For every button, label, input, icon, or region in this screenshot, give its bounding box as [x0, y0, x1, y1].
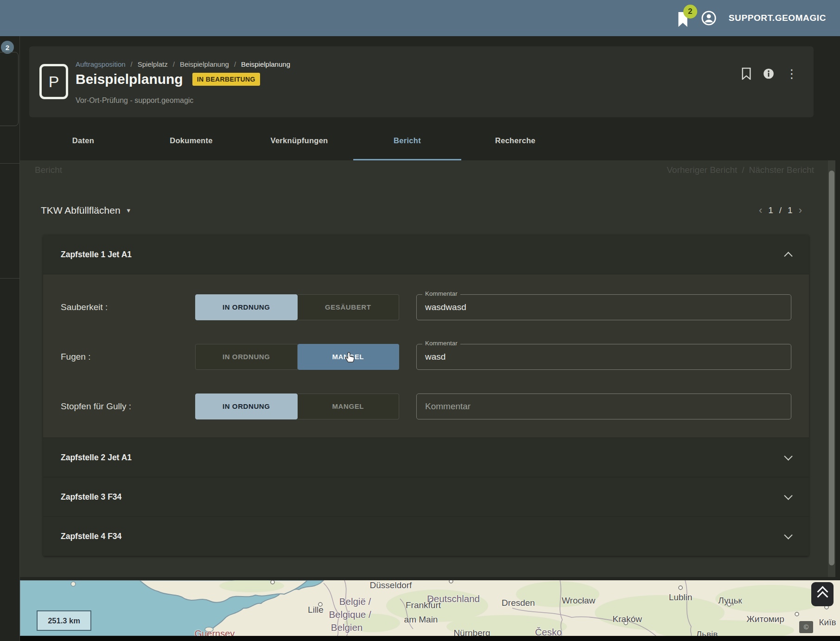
tab-bar: DatenDokumenteVerknüpfungenBerichtRecher…: [29, 121, 569, 160]
section-header[interactable]: Zapfstelle 3 F34: [43, 477, 809, 517]
breadcrumb-item[interactable]: Beispielplanung: [180, 60, 229, 68]
breadcrumb-item[interactable]: Spielplatz: [138, 60, 168, 68]
map-label: Belgien: [331, 622, 363, 633]
map-label: Житомир: [746, 614, 784, 624]
map-label: Guernsey: [195, 628, 235, 636]
scrollbar-thumb[interactable]: [829, 171, 834, 565]
tab-bericht[interactable]: Bericht: [353, 121, 461, 160]
map[interactable]: DüsseldorfDeutschlandBelgië /Belgique /B…: [20, 580, 840, 636]
page-current: 1: [768, 205, 773, 216]
map-label: Česko: [535, 627, 562, 636]
report-group-select[interactable]: TKW Abfüllflächen ▾: [41, 205, 130, 216]
row-label: Stopfen für Gully :: [61, 401, 195, 412]
toggle-group: IN ORDNUNGMANGEL: [195, 344, 399, 370]
user-avatar-icon[interactable]: [701, 10, 717, 26]
bottom-bar: [0, 636, 840, 641]
report-row: Fugen :IN ORDNUNGMANGELKommentarwasd: [43, 332, 809, 381]
toggle-group: IN ORDNUNGMANGEL: [195, 393, 399, 419]
comment-field[interactable]: Kommentarwasd: [416, 344, 791, 370]
report-transition-row: Bericht Vorheriger Bericht / Nächster Be…: [35, 165, 814, 175]
map-label: Kraków: [612, 614, 642, 624]
map-label: Düsseldorf: [370, 580, 412, 590]
chevron-down-icon: [784, 531, 792, 539]
map-expand-button[interactable]: [811, 582, 834, 606]
toggle-option[interactable]: IN ORDNUNG: [195, 393, 298, 419]
report-row: Sauberkeit :IN ORDNUNGGESÄUBERTKommentar…: [43, 282, 809, 332]
map-label: Київ: [819, 617, 836, 628]
section-title: Zapfstelle 4 F34: [61, 532, 121, 541]
tab-dokumente[interactable]: Dokumente: [137, 121, 245, 160]
map-label: Frankfurt: [406, 600, 441, 610]
chevron-down-icon: [784, 491, 792, 500]
breadcrumb-separator: /: [234, 60, 236, 68]
next-report-link[interactable]: Nächster Bericht: [749, 165, 814, 175]
header-actions: ⋮: [741, 68, 798, 80]
tab-label: Daten: [72, 136, 94, 145]
toggle-option[interactable]: IN ORDNUNG: [195, 344, 298, 370]
divider: [0, 278, 19, 279]
map-label: Lille: [308, 605, 324, 615]
section-title: Zapfstelle 1 Jet A1: [61, 250, 132, 260]
breadcrumb-item[interactable]: Beispielplanung: [241, 60, 290, 68]
avatar-letter: P: [49, 73, 59, 91]
map-label: am Main: [404, 615, 438, 625]
chevron-down-icon: [784, 452, 792, 460]
report-nav-separator: /: [742, 165, 744, 175]
partial-card-outline: [0, 52, 19, 126]
tab-daten[interactable]: Daten: [29, 121, 137, 160]
tab-label: Bericht: [394, 136, 421, 145]
section-header[interactable]: Zapfstelle 2 Jet A1: [43, 438, 809, 477]
map-label: Nürnberg: [453, 628, 490, 636]
tab-recherche[interactable]: Recherche: [461, 121, 569, 160]
toggle-option[interactable]: GESÄUBERT: [298, 294, 400, 320]
left-panel-edge: 2: [0, 36, 20, 641]
comment-field-value: wasdwasd: [425, 302, 466, 312]
bookmark-icon[interactable]: [741, 68, 751, 80]
subtitle: Vor-Ort-Prüfung - support.geomagic: [76, 96, 193, 105]
section-header[interactable]: Zapfstelle 1 Jet A1: [43, 235, 809, 274]
kebab-menu-icon[interactable]: ⋮: [786, 68, 798, 80]
section-header[interactable]: Zapfstelle 4 F34: [43, 517, 809, 556]
notifications-button[interactable]: 2: [677, 12, 689, 27]
title-row: Beispielplanung IN BEARBEITUNG: [76, 71, 260, 87]
report-nav: Vorheriger Bericht / Nächster Bericht: [667, 165, 814, 175]
section-body: Sauberkeit :IN ORDNUNGGESÄUBERTKommentar…: [43, 274, 809, 438]
tab-verknuepfungen[interactable]: Verknüpfungen: [245, 121, 353, 160]
report-pagination: ‹ 1 / 1 ›: [759, 204, 802, 216]
section-title: Zapfstelle 3 F34: [61, 492, 121, 502]
previous-report-link[interactable]: Vorheriger Bericht: [667, 165, 737, 175]
map-label: België /: [339, 596, 371, 607]
breadcrumb: Auftragsposition/Spielplatz/Beispielplan…: [76, 60, 290, 68]
map-label: Belgique /: [329, 609, 371, 620]
map-label: Dresden: [502, 598, 535, 608]
toggle-option[interactable]: MANGEL: [298, 393, 400, 419]
comment-field[interactable]: Kommentar: [416, 393, 791, 419]
breadcrumb-separator: /: [131, 60, 133, 68]
toggle-option[interactable]: IN ORDNUNG: [195, 294, 298, 320]
comment-field-value: wasd: [425, 352, 445, 362]
entity-avatar: P: [39, 64, 68, 99]
breadcrumb-separator: /: [173, 60, 175, 68]
page-separator: /: [779, 205, 782, 216]
vertical-scrollbar[interactable]: [828, 160, 835, 577]
report-group-label: TKW Abfüllflächen: [41, 205, 121, 216]
previous-page-icon[interactable]: ‹: [759, 204, 762, 216]
status-badge: IN BEARBEITUNG: [192, 73, 260, 86]
page-title: Beispielplanung: [76, 71, 183, 87]
map-scale: 251.3 km: [37, 610, 91, 631]
breadcrumb-item[interactable]: Auftragsposition: [76, 60, 126, 68]
map-labels: DüsseldorfDeutschlandBelgië /Belgique /B…: [20, 580, 840, 636]
toggle-option[interactable]: MANGEL: [298, 344, 400, 370]
divider: [0, 163, 19, 164]
info-icon[interactable]: [763, 68, 775, 80]
comment-field[interactable]: Kommentarwasdwasd: [416, 294, 791, 320]
header-card: P Auftragsposition/Spielplatz/Beispielpl…: [29, 46, 814, 117]
report-accordion: Zapfstelle 1 Jet A1Sauberkeit :IN ORDNUN…: [43, 235, 809, 556]
report-toolbar: TKW Abfüllflächen ▾ ‹ 1 / 1 ›: [41, 201, 802, 220]
next-page-icon[interactable]: ›: [799, 204, 802, 216]
tab-label: Dokumente: [170, 136, 213, 145]
comment-field-label: Kommentar: [422, 340, 460, 347]
chevron-up-icon: [784, 252, 792, 260]
map-attribution-button[interactable]: ©: [799, 621, 813, 633]
map-label: Wrocław: [562, 596, 596, 606]
